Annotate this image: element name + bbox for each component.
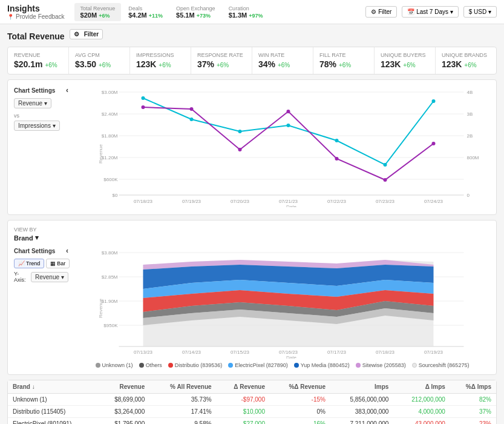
svg-point-27 bbox=[190, 107, 194, 111]
col-pct-all-revenue[interactable]: % All Revenue bbox=[149, 380, 216, 394]
cell-delta-rev: $10,000 bbox=[217, 406, 270, 418]
stat-revenue-value: $20.1m +6% bbox=[14, 59, 62, 69]
svg-text:4B: 4B bbox=[467, 90, 473, 95]
chart2-header: Chart Settings ‹ 📈 Trend ▦ Bar Y-Axis: bbox=[14, 247, 490, 368]
col-delta-imps[interactable]: Δ Imps bbox=[393, 380, 450, 394]
cell-brand: Unknown (1) bbox=[8, 394, 97, 406]
table-header: Brand ↓ Revenue % All Revenue Δ Revenue … bbox=[8, 380, 496, 394]
trend-button[interactable]: 📈 Trend bbox=[14, 259, 44, 268]
svg-text:$0: $0 bbox=[113, 193, 118, 198]
chart1-settings: Chart Settings ‹ Revenue ▾ vs Impression… bbox=[14, 86, 68, 208]
app-title: Insights bbox=[7, 4, 65, 13]
stat-response-rate-label: RESPONSE RATE bbox=[197, 52, 246, 58]
brand-table: Brand ↓ Revenue % All Revenue Δ Revenue … bbox=[8, 380, 496, 424]
svg-text:07/16/23: 07/16/23 bbox=[279, 349, 298, 355]
svg-text:$1.90M: $1.90M bbox=[102, 299, 118, 304]
stat-impressions-label: IMPRESSIONS bbox=[136, 52, 185, 58]
stat-unique-buyers-label: UNIQUE BUYERS bbox=[381, 52, 429, 58]
svg-point-32 bbox=[432, 142, 436, 145]
cell-delta-rev: -$97,000 bbox=[217, 394, 270, 406]
y2-select[interactable]: Impressions ▾ bbox=[14, 121, 60, 131]
cell-imps: 7,211,000,000 bbox=[330, 418, 393, 425]
stat-unique-buyers: UNIQUE BUYERS 123K +6% bbox=[375, 47, 436, 74]
svg-text:Revenue: Revenue bbox=[98, 298, 103, 318]
yaxis-select: Y-Axis: Revenue ▾ bbox=[14, 271, 68, 283]
svg-point-19 bbox=[142, 96, 145, 100]
cell-imps: 383,000,000 bbox=[330, 406, 393, 418]
stat-revenue: REVENUE $20.1m +6% bbox=[8, 47, 69, 74]
view-by-container: VIEW BY Brand ▾ bbox=[14, 227, 490, 242]
stat-unique-buyers-value: 123K +6% bbox=[381, 59, 429, 69]
svg-text:07/23/23: 07/23/23 bbox=[376, 199, 395, 204]
stat-response-rate: RESPONSE RATE 37% +6% bbox=[191, 47, 252, 74]
svg-text:0: 0 bbox=[467, 193, 470, 198]
svg-point-22 bbox=[287, 124, 290, 127]
cell-brand: ElectricPixel (801091) bbox=[8, 418, 97, 425]
legend-dot-electricpixel bbox=[228, 363, 233, 368]
svg-text:07/20/23: 07/20/23 bbox=[231, 199, 250, 204]
svg-text:Revenue: Revenue bbox=[98, 144, 103, 164]
bar-button[interactable]: ▦ Bar bbox=[46, 259, 70, 268]
stat-avg-cpm-label: AVG CPM bbox=[75, 52, 123, 58]
metric-tabs: Total Revenue $20M +6% Deals $4.2M +11% … bbox=[74, 3, 269, 21]
svg-point-28 bbox=[238, 148, 242, 151]
svg-text:$2.85M: $2.85M bbox=[102, 274, 118, 280]
table-row: ElectricPixel (801091) $1,795,000 9.58% … bbox=[8, 418, 496, 425]
cell-pct-rev: 35.73% bbox=[149, 394, 216, 406]
stats-row: REVENUE $20.1m +6% AVG CPM $3.50 +6% IMP… bbox=[7, 47, 497, 75]
brand-table-card: Brand ↓ Revenue % All Revenue Δ Revenue … bbox=[7, 380, 497, 424]
svg-point-31 bbox=[384, 178, 387, 182]
stat-win-rate-value: 34% +6% bbox=[258, 59, 307, 69]
header-left: Insights 📍 Provide Feedback Total Revenu… bbox=[7, 3, 269, 21]
trend-bar-toggle: 📈 Trend ▦ Bar bbox=[14, 259, 68, 268]
svg-text:07/21/23: 07/21/23 bbox=[279, 199, 298, 204]
cell-pct-delta-rev: 16% bbox=[270, 418, 330, 425]
svg-text:$1.20M: $1.20M bbox=[102, 155, 118, 161]
table-row: Distributio (115405) $3,264,000 17.41% $… bbox=[8, 406, 496, 418]
chart2-card: VIEW BY Brand ▾ Chart Settings ‹ 📈 Trend… bbox=[7, 220, 497, 375]
col-imps[interactable]: Imps bbox=[330, 380, 393, 394]
svg-text:$3.00M: $3.00M bbox=[102, 90, 118, 95]
stat-fill-rate-label: FILL RATE bbox=[319, 52, 368, 58]
header-filter-button[interactable]: ⚙ Filter bbox=[365, 6, 397, 18]
trend-icon: 📈 bbox=[18, 260, 25, 267]
view-by-select[interactable]: Brand ▾ bbox=[14, 234, 490, 242]
y1-select[interactable]: Revenue ▾ bbox=[14, 98, 51, 108]
tab-deals[interactable]: Deals $4.2M +11% bbox=[122, 3, 169, 21]
legend-dot-sourceshift bbox=[412, 363, 417, 368]
stat-impressions-value: 123K +6% bbox=[136, 59, 185, 69]
currency-button[interactable]: $ USD ▾ bbox=[463, 6, 497, 18]
svg-text:Date: Date bbox=[286, 355, 296, 359]
tab-total-revenue[interactable]: Total Revenue $20M +6% bbox=[74, 3, 122, 21]
cell-pct-rev: 17.41% bbox=[149, 406, 216, 418]
stat-avg-cpm-value: $3.50 +6% bbox=[75, 59, 123, 69]
tab-open-exchange[interactable]: Open Exchange $5.1M +73% bbox=[170, 3, 221, 21]
svg-text:$2.40M: $2.40M bbox=[102, 111, 118, 117]
collapse-icon[interactable]: ‹ bbox=[66, 86, 68, 94]
legend-dot-distributio bbox=[168, 363, 173, 368]
chart1-area: $3.00M $2.40M $1.80M $1.20M $600K $0 4B … bbox=[74, 86, 490, 208]
col-pct-delta-imps[interactable]: %Δ Imps bbox=[450, 380, 496, 394]
tab-curation[interactable]: Curation $1.3M +97% bbox=[223, 3, 269, 21]
collapse-icon-2[interactable]: ‹ bbox=[66, 247, 68, 255]
header-right: ⚙ Filter 📅 Last 7 Days ▾ $ USD ▾ bbox=[365, 6, 497, 18]
cell-revenue: $1,795,000 bbox=[97, 418, 149, 425]
svg-point-21 bbox=[238, 130, 242, 133]
svg-text:$600K: $600K bbox=[103, 177, 118, 182]
chart2-area: $3.80M $2.85M $1.90M $950K Revenue bbox=[74, 247, 490, 368]
col-brand[interactable]: Brand ↓ bbox=[8, 380, 97, 394]
yaxis-dropdown[interactable]: Revenue ▾ bbox=[31, 272, 68, 282]
svg-point-29 bbox=[287, 110, 290, 113]
col-revenue[interactable]: Revenue bbox=[97, 380, 149, 394]
svg-text:$3.80M: $3.80M bbox=[102, 250, 118, 256]
date-range-button[interactable]: 📅 Last 7 Days ▾ bbox=[402, 6, 458, 18]
col-delta-revenue[interactable]: Δ Revenue bbox=[217, 380, 270, 394]
svg-text:07/13/23: 07/13/23 bbox=[134, 349, 153, 355]
legend-electricpixel: ElectricPixel (827890) bbox=[228, 362, 288, 368]
table-row: Unknown (1) $8,699,000 35.73% -$97,000 -… bbox=[8, 394, 496, 406]
stat-unique-brands-label: UNIQUE BRANDS bbox=[442, 52, 490, 58]
section-filter-button[interactable]: ⚙ Filter bbox=[70, 29, 103, 39]
col-pct-delta-revenue[interactable]: %Δ Revenue bbox=[270, 380, 330, 394]
legend-sourceshift: Sourceshift (865275) bbox=[412, 362, 470, 368]
feedback-link[interactable]: 📍 Provide Feedback bbox=[7, 13, 65, 20]
